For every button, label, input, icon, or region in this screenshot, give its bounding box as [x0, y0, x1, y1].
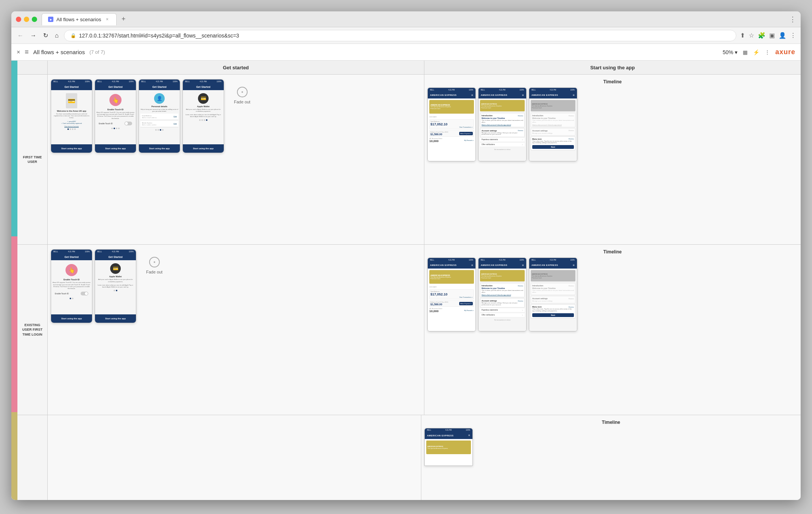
- fade-out-label-2: Fade out: [146, 270, 162, 274]
- phone-header-4: Get Started: [183, 83, 224, 90]
- zoom-chevron-icon: ▾: [735, 49, 737, 55]
- amex-phone-4: BELL4:21 PM100% AMERICAN EXPRESS ≡ AMERI…: [427, 258, 476, 331]
- maximize-traffic-light[interactable]: [32, 17, 37, 22]
- first-time-user-label-cell: FIRST TIME USER: [17, 75, 48, 244]
- url-text: 127.0.0.1:32767/start.html#id=s4ys2i&p=a…: [79, 33, 239, 39]
- section-headers: Get started Start using the app: [17, 61, 801, 75]
- phone-personal-details: BELL4:21 PM100% Get Started 👤 Personal d…: [139, 79, 180, 153]
- extensions-icon[interactable]: 🧩: [758, 32, 765, 39]
- toolbar-more-icon[interactable]: ⋮: [765, 49, 770, 55]
- amex-status-3: BELL4:21 PM100%: [529, 88, 577, 92]
- spinner-icon-2: [149, 257, 160, 267]
- amex-body-5: AMERICAN EXPRESSThe Qantas American Expr…: [478, 269, 526, 331]
- star-icon[interactable]: ☆: [749, 32, 754, 39]
- zoom-control[interactable]: 50% ▾: [723, 49, 737, 55]
- phone-footer-3[interactable]: Start using the app: [139, 144, 180, 153]
- phone-footer-1[interactable]: Start using the app: [51, 144, 92, 153]
- teal-strip: [11, 61, 17, 236]
- color-strips: [11, 61, 17, 500]
- start-using-header: Start using the app: [424, 61, 801, 74]
- phone-status-bar-3: BELL4:21 PM100%: [139, 80, 180, 83]
- phone-footer-6[interactable]: Start using the app: [95, 314, 136, 323]
- header-spacer: [17, 61, 48, 74]
- phone-apple-wallet: BELL4:21 PM100% Get Started 💳 Apple Wall…: [182, 79, 224, 153]
- tab-favicon: ▶: [48, 17, 53, 22]
- lightning-icon[interactable]: ⚡: [753, 49, 759, 55]
- amex-header-6: AMERICAN EXPRESS ≡: [529, 262, 577, 269]
- amex-status-partial: BELL4:21 PM100%: [425, 428, 472, 432]
- amex-header-3: AMERICAN EXPRESS ≡: [529, 92, 577, 98]
- phone-header-3: Get Started: [139, 83, 180, 90]
- amex-phone-6: BELL4:21 PM100% AMERICAN EXPRESS ≡ AMERI…: [529, 258, 577, 331]
- window-controls-right: ⋮: [789, 15, 796, 23]
- phone-touch-id: BELL4:21 PM100% Get Started 👆 Enable Tou…: [95, 79, 136, 153]
- phone-header-6: Get Started: [95, 253, 136, 260]
- amex-phone-2: BELL4:21 PM100% AMERICAN EXPRESS ≡ AMERI…: [478, 87, 527, 161]
- existing-user-label-cell: EXISTING USER FIRST TIME LOGIN: [17, 245, 48, 414]
- browser-window: ▶ All flows + scenarios × + ⋮ ← → ↻ ⌂ 🔒 …: [11, 11, 801, 500]
- amex-status-2: BELL4:21 PM100%: [478, 88, 526, 92]
- pink-strip: [11, 236, 17, 412]
- toolbar-close-button[interactable]: ×: [17, 49, 20, 56]
- phone-header-2: Get Started: [95, 83, 136, 90]
- third-row-label-cell: [17, 415, 48, 500]
- forward-button[interactable]: →: [29, 31, 38, 41]
- phone-body-5: 👆 Enable Touch ID Amex UK supports Touch…: [51, 260, 92, 314]
- hamburger-menu[interactable]: ≡: [25, 48, 29, 56]
- first-time-user-row: FIRST TIME USER BELL4:21 PM100% Get Star…: [17, 75, 801, 245]
- more-icon[interactable]: ⋮: [790, 32, 796, 39]
- axure-toolbar: × ≡ All flows + scenarios (7 of 7) 50% ▾…: [11, 44, 801, 61]
- home-button[interactable]: ⌂: [53, 31, 60, 41]
- grid-view-icon[interactable]: ▦: [743, 49, 748, 55]
- url-bar[interactable]: 🔒 127.0.0.1:32767/start.html#id=s4ys2i&p…: [64, 30, 736, 41]
- toolbar-title: All flows + scenarios: [33, 49, 85, 55]
- toolbar-count: (7 of 7): [89, 49, 105, 55]
- phone-body-3: 👤 Personal details Help to keep your acc…: [139, 90, 180, 144]
- phone-welcome: BELL4:21 PM100% Get Started 💳 Welcome to…: [51, 79, 92, 153]
- amex-status-4: BELL4:21 PM100%: [428, 258, 475, 262]
- timeline-header-2: Timeline: [427, 249, 798, 255]
- avatar-icon[interactable]: 👤: [779, 32, 786, 39]
- new-tab-button[interactable]: +: [118, 14, 129, 25]
- grid-container: Get started Start using the app FIRST TI…: [17, 61, 801, 500]
- close-traffic-light[interactable]: [16, 17, 21, 22]
- active-tab[interactable]: ▶ All flows + scenarios ×: [42, 13, 117, 25]
- amex-header-1: AMERICAN EXPRESS ≡: [428, 92, 475, 98]
- phone-body-1: 💳 Welcome to the Amex UK app You have su…: [51, 90, 92, 144]
- existing-user-left-cell: BELL4:21 PM100% Get Started 👆 Enable Tou…: [48, 245, 424, 414]
- third-row-left-cell: [48, 415, 421, 500]
- refresh-button[interactable]: ↻: [42, 30, 50, 41]
- share-icon[interactable]: ⬆: [740, 32, 745, 39]
- timeline-header-1: Timeline: [427, 79, 798, 84]
- tab-close-button[interactable]: ×: [104, 16, 110, 22]
- minimize-traffic-light[interactable]: [24, 17, 29, 22]
- timeline-header-3: Timeline: [424, 420, 798, 425]
- tab-bar: ▶ All flows + scenarios × +: [42, 13, 789, 25]
- amex-phone-3: BELL4:21 PM100% AMERICAN EXPRESS ≡ AMERI…: [529, 87, 577, 161]
- amex-phone-5: BELL4:21 PM100% AMERICAN EXPRESS ≡ AMERI…: [478, 258, 527, 331]
- traffic-lights: [16, 17, 37, 22]
- phone-footer-4[interactable]: Start using the app: [183, 144, 224, 153]
- amex-body-1: AMERICAN EXPRESS The Qantas American Exp…: [428, 98, 475, 161]
- browser-toolbar-right: ⬆ ☆ 🧩 ▣ 👤 ⋮: [740, 32, 796, 39]
- amex-body-partial: AMERICAN EXPRESSThe Qantas American Expr…: [425, 439, 472, 466]
- phone-footer-5[interactable]: Start using the app: [51, 314, 92, 323]
- amex-header-4: AMERICAN EXPRESS ≡: [428, 262, 475, 269]
- back-button[interactable]: ←: [16, 31, 25, 41]
- phone-body-2: 👆 Enable Touch ID Amex UK supports Touch…: [95, 90, 136, 144]
- amex-status-5: BELL4:21 PM100%: [478, 258, 526, 262]
- strip-container: Get started Start using the app FIRST TI…: [11, 61, 801, 500]
- phone-header-1: Get Started: [51, 83, 92, 90]
- toolbar-right: 50% ▾ ▦ ⚡ ⋮ axure: [723, 48, 795, 56]
- phone-status-bar-5: BELL4:21 PM100%: [51, 250, 92, 253]
- first-time-user-right-cell: Timeline BELL4:21 PM100% AMERICAN EXPRES…: [424, 75, 801, 244]
- first-time-user-label: FIRST TIME USER: [20, 155, 44, 164]
- existing-user-right-cell: Timeline BELL4:21 PM100% AMERICAN EXPRES…: [424, 245, 801, 414]
- phone-footer-2[interactable]: Start using the app: [95, 144, 136, 153]
- fade-out-label-1: Fade out: [234, 100, 250, 104]
- title-bar: ▶ All flows + scenarios × + ⋮: [11, 11, 801, 27]
- third-row: Timeline BELL4:21 PM100% AMERICAN EXPRES…: [17, 415, 801, 500]
- amex-header-2: AMERICAN EXPRESS ≡: [478, 92, 526, 98]
- sidebar-icon[interactable]: ▣: [769, 32, 775, 39]
- address-bar: ← → ↻ ⌂ 🔒 127.0.0.1:32767/start.html#id=…: [11, 27, 801, 44]
